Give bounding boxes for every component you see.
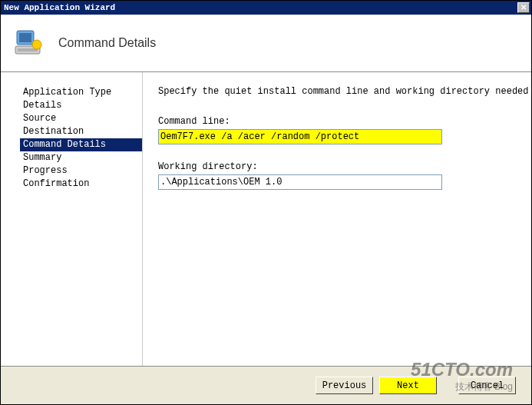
wizard-body: Application Type Details Source Destinat… [1,72,531,366]
previous-button[interactable]: Previous [316,377,373,394]
wizard-header: Command Details [1,15,531,72]
window-title: New Application Wizard [2,3,115,12]
working-directory-input[interactable] [158,174,442,190]
command-line-group: Command line: [158,116,524,144]
sidebar-item-summary[interactable]: Summary [20,151,142,164]
wizard-content: Specify the quiet install command line a… [143,72,531,366]
titlebar: New Application Wizard ✕ [1,1,531,15]
page-title: Command Details [58,36,156,50]
sidebar-item-confirmation[interactable]: Confirmation [20,178,142,191]
sidebar-item-command-details[interactable]: Command Details [20,138,142,151]
sidebar-item-application-type[interactable]: Application Type [20,86,142,99]
working-directory-label: Working directory: [158,161,524,172]
svg-rect-1 [19,33,31,42]
cancel-button[interactable]: Cancel [458,377,516,394]
sidebar-item-source[interactable]: Source [20,112,142,125]
wizard-footer: Previous Next Cancel [1,366,531,404]
command-line-label: Command line: [158,116,524,127]
sidebar-item-progress[interactable]: Progress [20,164,142,178]
computer-icon [12,28,43,58]
svg-point-4 [32,40,41,49]
wizard-window: New Application Wizard ✕ Command Details… [0,0,532,405]
wizard-sidebar: Application Type Details Source Destinat… [1,72,143,366]
close-button[interactable]: ✕ [517,2,530,13]
command-line-input[interactable] [158,129,442,144]
instruction-text: Specify the quiet install command line a… [158,86,524,97]
sidebar-item-details[interactable]: Details [20,99,142,112]
sidebar-item-destination[interactable]: Destination [20,125,142,138]
next-button[interactable]: Next [379,377,437,394]
working-directory-group: Working directory: [158,161,524,190]
